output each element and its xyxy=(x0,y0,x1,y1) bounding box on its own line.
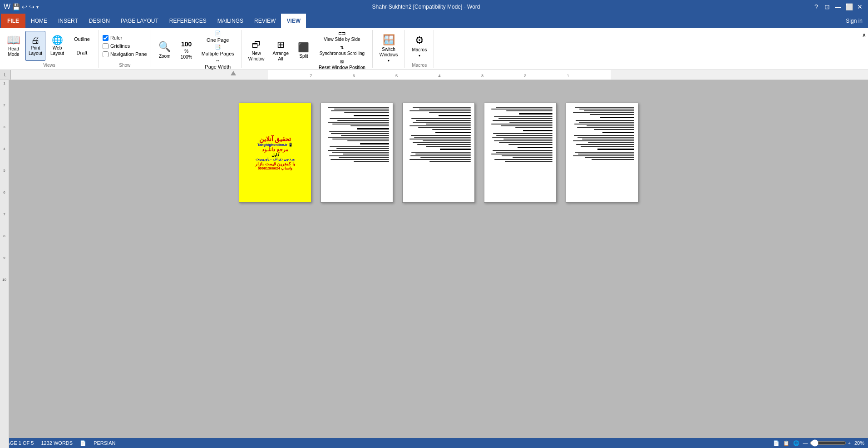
vruler-mark-4: 4 xyxy=(3,147,5,169)
navigation-pane-checkbox[interactable] xyxy=(103,51,108,57)
minimize-button[interactable]: — xyxy=(833,2,843,11)
page-width-button[interactable]: ↔ Page Width xyxy=(198,57,237,70)
views-group-items: 📖 ReadMode 🖨 PrintLayout 🌐 WebLayout Out… xyxy=(4,30,95,62)
tab-page-layout[interactable]: PAGE LAYOUT xyxy=(115,14,164,28)
reset-window-position-button[interactable]: ⊠ Reset Window Position xyxy=(316,58,369,71)
switch-windows-button[interactable]: 🪟 SwitchWindows ▾ xyxy=(376,34,401,64)
tab-file[interactable]: FILE xyxy=(1,14,25,28)
ruler-svg: 7 6 5 4 3 2 1 xyxy=(11,70,868,80)
document-scroll-area[interactable]: تحقیق آنلاین Tahghighonline.ir 📱 مرجع دا… xyxy=(9,80,868,448)
arrange-all-button[interactable]: ⊞ ArrangeAll xyxy=(269,35,292,65)
zoom-out-button[interactable]: — xyxy=(803,440,808,446)
tab-design[interactable]: DESIGN xyxy=(84,14,115,28)
customize-icon[interactable]: ▾ xyxy=(36,5,39,10)
view-mode-normal-icon[interactable]: 📄 xyxy=(773,440,779,446)
page-3-lines xyxy=(406,107,471,162)
undo-icon[interactable]: ↩ xyxy=(22,3,27,10)
vruler-mark-1: 1 xyxy=(3,82,5,104)
zoom-100-label: 100% xyxy=(181,55,192,60)
page-2-lines xyxy=(325,107,389,162)
zoom-label: Zoom xyxy=(159,54,171,59)
ruler-checkbox[interactable] xyxy=(103,35,108,41)
macros-group-label: Macros xyxy=(412,62,427,68)
web-layout-label: WebLayout xyxy=(50,45,64,56)
view-mode-web-icon[interactable]: 🌐 xyxy=(793,440,799,446)
status-bar: PAGE 1 OF 5 1232 WORDS 📄 PERSIAN 📄 📋 🌐 —… xyxy=(0,438,868,448)
document-content-area: 1 2 3 4 5 6 7 8 9 10 تحقیق آنلاین Tahghi… xyxy=(0,80,868,448)
sign-in-button[interactable]: Sign in xyxy=(840,15,868,27)
view-mode-reader-icon[interactable]: 📋 xyxy=(783,440,789,446)
navigation-pane-checkbox-row[interactable]: Navigation Pane xyxy=(103,51,147,58)
show-group-label: Show xyxy=(119,62,130,68)
tab-mailings[interactable]: MAILINGS xyxy=(212,14,249,28)
one-page-button[interactable]: 📄 One Page xyxy=(198,30,237,43)
read-mode-icon: 📖 xyxy=(7,35,20,45)
vruler-mark-2: 2 xyxy=(3,104,5,125)
zoom-100-button[interactable]: 100 % 100% xyxy=(177,35,197,65)
switch-windows-group: 🪟 SwitchWindows ▾ xyxy=(373,30,405,68)
maximize-button[interactable]: ⬜ xyxy=(844,2,853,11)
gridlines-checkbox-row[interactable]: Gridlines xyxy=(103,43,130,50)
document-page-1: تحقیق آنلاین Tahghighonline.ir 📱 مرجع دا… xyxy=(239,103,311,203)
ad-highlight: با کمترین قیمت بازار xyxy=(255,161,295,166)
web-layout-button[interactable]: 🌐 WebLayout xyxy=(47,31,67,61)
ruler-main: 7 6 5 4 3 2 1 xyxy=(11,70,868,80)
read-mode-button[interactable]: 📖 ReadMode xyxy=(4,31,24,61)
gridlines-checkbox[interactable] xyxy=(103,43,108,49)
tab-references[interactable]: REFERENCES xyxy=(164,14,212,28)
window-title: Shahr-Sukhteh2 [Compatibility Mode] - Wo… xyxy=(40,4,812,10)
new-window-button[interactable]: 🗗 NewWindow xyxy=(245,35,268,65)
zoom-icon: 🔍 xyxy=(158,41,171,53)
tab-insert[interactable]: INSERT xyxy=(53,14,84,28)
window-options: ⊏⊐ View Side by Side ⇅ Synchronous Scrol… xyxy=(316,30,369,71)
svg-text:7: 7 xyxy=(310,74,312,78)
window-group: 🗗 NewWindow ⊞ ArrangeAll ⬛ Split ⊏⊐ View… xyxy=(242,30,373,68)
tab-review[interactable]: REVIEW xyxy=(249,14,281,28)
synchronous-scrolling-icon: ⇅ xyxy=(340,45,344,50)
page-2-text xyxy=(321,103,393,166)
macros-arrow: ▾ xyxy=(419,54,420,58)
zoom-in-button[interactable]: + xyxy=(848,440,851,446)
zoom-percentage[interactable]: 20% xyxy=(854,440,864,446)
save-icon[interactable]: 💾 xyxy=(12,3,20,10)
document-page-3 xyxy=(402,103,475,203)
status-bar-right: 📄 📋 🌐 — + 20% xyxy=(773,439,864,447)
tab-view[interactable]: VIEW xyxy=(281,14,306,28)
draft-button[interactable]: Draft xyxy=(71,46,93,59)
horizontal-ruler: L 7 6 5 4 3 2 1 xyxy=(0,70,868,80)
new-window-label: NewWindow xyxy=(248,51,265,62)
vruler-mark-10: 10 xyxy=(2,278,6,300)
svg-text:6: 6 xyxy=(353,74,355,78)
tab-home[interactable]: HOME xyxy=(25,14,53,28)
close-button[interactable]: ✕ xyxy=(855,2,864,11)
macros-button[interactable]: ⚙ Macros ▾ xyxy=(409,31,430,61)
view-side-by-side-button[interactable]: ⊏⊐ View Side by Side xyxy=(316,30,369,43)
collapse-ribbon-button[interactable]: ∧ xyxy=(860,30,868,68)
switch-windows-arrow: ▾ xyxy=(388,59,390,63)
zoom-button[interactable]: 🔍 Zoom xyxy=(155,35,175,65)
window-controls: ? ⊡ — ⬜ ✕ xyxy=(812,2,864,11)
vruler-mark-3: 3 xyxy=(3,125,5,147)
outline-draft-buttons: Outline Draft xyxy=(69,31,95,61)
collapse-ribbon-icon[interactable]: ∧ xyxy=(862,32,866,38)
ribbon-display-button[interactable]: ⊡ xyxy=(823,2,832,11)
pages-container: تحقیق آنلاین Tahghighonline.ir 📱 مرجع دا… xyxy=(239,103,638,430)
redo-icon[interactable]: ↪ xyxy=(29,3,35,10)
multiple-pages-button[interactable]: 📑 Multiple Pages xyxy=(198,44,237,56)
svg-text:4: 4 xyxy=(438,74,440,78)
vruler-mark-9: 9 xyxy=(3,256,5,278)
synchronous-scrolling-button[interactable]: ⇅ Synchronous Scrolling xyxy=(316,44,369,57)
zoom-slider[interactable] xyxy=(810,439,846,447)
print-layout-button[interactable]: 🖨 PrintLayout xyxy=(25,31,45,61)
multiple-pages-icon: 📑 xyxy=(215,44,221,50)
ruler-checkbox-row[interactable]: Ruler xyxy=(103,35,122,41)
zoom-group-items: 🔍 Zoom 100 % 100% 📄 One Page 📑 Multiple xyxy=(155,30,237,70)
ruler-corner-icon: L xyxy=(0,70,10,80)
ribbon-content: 📖 ReadMode 🖨 PrintLayout 🌐 WebLayout Out… xyxy=(0,28,868,70)
macros-icon: ⚙ xyxy=(415,35,424,46)
outline-button[interactable]: Outline xyxy=(71,33,93,45)
split-button[interactable]: ⬛ Split xyxy=(294,35,314,65)
page-width-icon: ↔ xyxy=(215,58,220,63)
reset-window-position-icon: ⊠ xyxy=(340,59,344,64)
help-button[interactable]: ? xyxy=(812,2,821,11)
